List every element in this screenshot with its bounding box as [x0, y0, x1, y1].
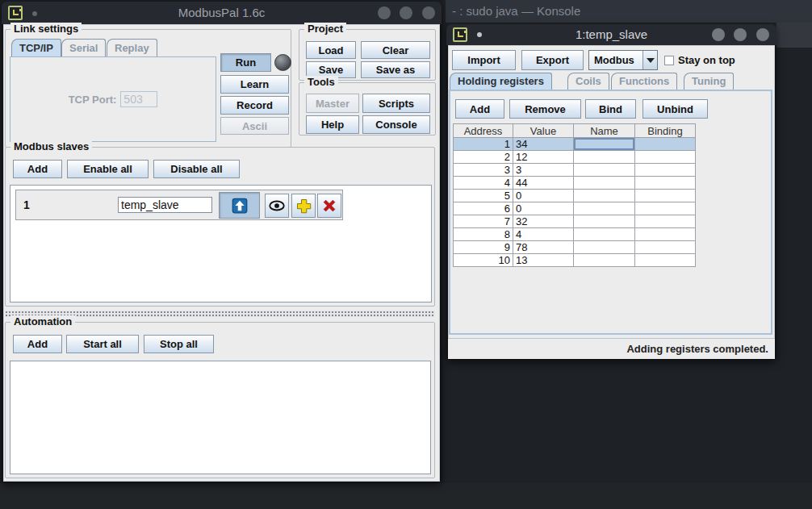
tab-serial[interactable]: Serial [61, 39, 106, 56]
master-button[interactable]: Master [306, 94, 359, 113]
temp-slave-window: 1:temp_slave Import Export Modbus Stay o… [446, 24, 776, 361]
learn-button[interactable]: Learn [220, 75, 289, 94]
ascii-button[interactable]: Ascii [220, 117, 289, 135]
project-title: Project [304, 23, 346, 35]
modbuspal-window-title: ModbusPal 1.6c [2, 6, 442, 19]
table-row[interactable]: 33 [454, 164, 696, 177]
minimize-button[interactable] [712, 28, 725, 41]
bind-button[interactable]: Bind [585, 99, 636, 119]
scripts-button[interactable]: Scripts [362, 94, 430, 113]
run-button[interactable]: Run [220, 53, 271, 72]
table-row[interactable]: 212 [454, 151, 696, 164]
tcp-port-input[interactable] [120, 91, 157, 107]
slave-add-automation-button[interactable] [291, 194, 316, 218]
help-button[interactable]: Help [306, 115, 359, 134]
close-button[interactable] [756, 28, 769, 41]
table-row[interactable]: 732 [454, 215, 696, 228]
table-row[interactable]: 444 [454, 177, 696, 190]
plus-icon [295, 198, 312, 214]
slave-id-label: 1 [23, 198, 30, 211]
slave-delete-button[interactable] [317, 194, 341, 218]
focused-name-cell[interactable] [574, 138, 635, 151]
table-row[interactable]: 50 [454, 190, 696, 202]
slave-name-input[interactable] [118, 197, 212, 213]
table-row[interactable]: 84 [454, 228, 696, 241]
table-row[interactable]: 60 [454, 202, 696, 215]
disable-all-button[interactable]: Disable all [153, 160, 240, 178]
tcp-port-label: TCP Port: [69, 94, 117, 106]
registers-table: Address Value Name Binding 134 212 33 44… [453, 123, 696, 267]
console-button[interactable]: Console [362, 115, 430, 134]
modbuspal-content: Link settings TCP/IP Serial Replay TCP P… [3, 24, 440, 482]
eye-icon [269, 198, 285, 214]
konsole-window-edge [776, 23, 812, 48]
modbus-combo-value: Modbus [589, 51, 642, 69]
temp-slave-titlebar[interactable]: 1:temp_slave [446, 24, 776, 45]
run-led-icon [274, 54, 291, 71]
tab-replay[interactable]: Replay [107, 39, 157, 56]
stay-on-top-label: Stay on top [678, 54, 735, 66]
slaves-list: 1 [10, 185, 432, 302]
tab-tuning[interactable]: Tuning [684, 73, 734, 90]
tools-group: Tools Master Scripts Help Console [299, 82, 436, 136]
automation-group: Automation Add Start all Stop all [5, 322, 435, 478]
tab-holding-registers[interactable]: Holding registers [450, 73, 552, 90]
status-bar: Adding registers completed. [448, 338, 775, 359]
clear-button[interactable]: Clear [361, 41, 430, 59]
konsole-titlebar[interactable]: - : sudo java — Konsole [446, 0, 812, 23]
enable-all-button[interactable]: Enable all [67, 160, 149, 178]
modbus-slaves-title: Modbus slaves [10, 140, 92, 152]
close-button[interactable] [422, 6, 435, 19]
unbind-button[interactable]: Unbind [642, 99, 708, 119]
column-header-name[interactable]: Name [574, 124, 635, 138]
slave-view-button[interactable] [265, 194, 289, 218]
table-header-row: Address Value Name Binding [454, 124, 696, 138]
export-button[interactable]: Export [521, 50, 584, 70]
enabled-up-arrow-icon [232, 198, 248, 214]
start-all-button[interactable]: Start all [66, 335, 139, 353]
automation-list [10, 361, 431, 474]
tab-coils[interactable]: Coils [567, 73, 609, 90]
column-header-address[interactable]: Address [454, 124, 513, 138]
automation-title: Automation [10, 315, 75, 328]
record-button[interactable]: Record [220, 96, 289, 115]
stay-on-top-checkbox[interactable] [664, 56, 674, 65]
table-row[interactable]: 978 [454, 241, 696, 254]
tab-tcpip[interactable]: TCP/IP [11, 39, 61, 56]
load-button[interactable]: Load [306, 41, 356, 59]
stop-all-button[interactable]: Stop all [144, 335, 214, 353]
tools-title: Tools [304, 76, 338, 88]
column-header-binding[interactable]: Binding [635, 124, 696, 138]
add-automation-button[interactable]: Add [13, 335, 62, 353]
maximize-button[interactable] [400, 6, 412, 19]
tab-functions[interactable]: Functions [611, 73, 677, 90]
temp-slave-content: Import Export Modbus Stay on top Holding… [448, 45, 775, 359]
add-register-button[interactable]: Add [455, 99, 504, 119]
temp-slave-window-title: 1:temp_slave [446, 27, 776, 41]
table-row[interactable]: 1013 [454, 254, 696, 267]
chevron-down-icon[interactable] [642, 51, 657, 69]
slave-row: 1 [15, 190, 343, 220]
holding-registers-pane: Add Remove Bind Unbind Address Value Nam… [449, 90, 772, 335]
desktop-bottom-background [0, 483, 812, 509]
maximize-button[interactable] [734, 28, 747, 41]
table-row[interactable]: 134 [454, 138, 696, 151]
remove-register-button[interactable]: Remove [509, 99, 581, 119]
slave-enabled-toggle[interactable] [219, 192, 260, 219]
add-slave-button[interactable]: Add [13, 160, 62, 178]
modbuspal-titlebar[interactable]: ModbusPal 1.6c [2, 2, 442, 24]
column-header-value[interactable]: Value [513, 124, 574, 138]
tcpip-panel: TCP Port: [10, 56, 216, 142]
save-as-button[interactable]: Save as [361, 61, 430, 78]
modbus-combo[interactable]: Modbus [588, 50, 658, 70]
delete-x-icon [321, 198, 337, 214]
minimize-button[interactable] [378, 6, 391, 19]
import-button[interactable]: Import [452, 50, 516, 70]
link-settings-group: Link settings TCP/IP Serial Replay TCP P… [5, 29, 291, 148]
status-message: Adding registers completed. [626, 343, 768, 355]
link-settings-title: Link settings [10, 23, 82, 35]
modbus-slaves-group: Modbus slaves Add Enable all Disable all… [5, 147, 435, 307]
modbuspal-window: ModbusPal 1.6c Link settings TCP/IP Seri… [2, 2, 442, 483]
project-group: Project Load Clear Save Save as [299, 29, 436, 81]
konsole-title: - : sudo java — Konsole [452, 4, 580, 18]
